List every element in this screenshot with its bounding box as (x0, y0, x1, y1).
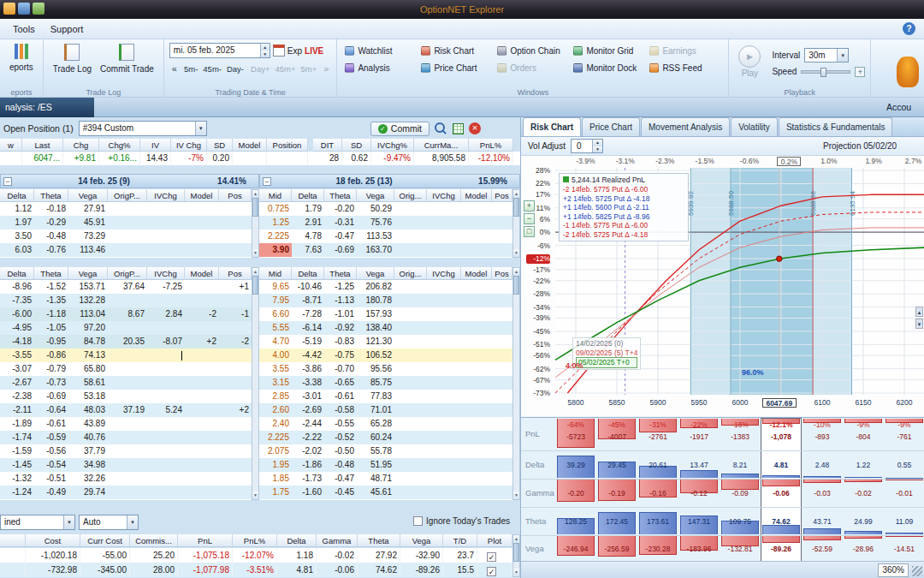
cell[interactable]: -0.95 (34, 335, 68, 349)
cell[interactable] (219, 472, 252, 486)
scrollbar[interactable]: ▲▼ (252, 267, 259, 500)
cell[interactable] (185, 294, 219, 307)
nav-5m-button[interactable]: 5m+ (299, 63, 320, 74)
cell[interactable]: 71.01 (357, 403, 394, 417)
chain-row[interactable]: -1.59-0.5637.79 (0, 444, 252, 458)
cell[interactable]: 4.00 (259, 349, 292, 362)
scroll-thumb[interactable] (513, 543, 519, 562)
cell[interactable] (108, 229, 147, 243)
cell[interactable]: -2.02 (292, 444, 324, 458)
cell[interactable] (461, 486, 492, 499)
cell[interactable]: -0.83 (324, 335, 357, 349)
cell[interactable]: 7.95 (259, 294, 292, 307)
cell[interactable]: 157.93 (357, 307, 394, 321)
cell[interactable] (461, 458, 492, 472)
trade-row[interactable]: -1,020.18-55.0025.20-1,075.18-12.07%1.18… (0, 548, 512, 563)
cell[interactable]: -2.67 (0, 376, 34, 390)
cell[interactable]: 37.79 (68, 444, 108, 458)
cell[interactable]: -1.60 (292, 486, 324, 499)
commit-trade-button[interactable]: Commit Trade (96, 42, 158, 75)
cell[interactable] (492, 444, 512, 458)
cell[interactable]: 1.79 (292, 202, 324, 216)
risk-chart-button[interactable]: Risk Chart (418, 42, 495, 59)
auto-select[interactable]: Auto▼ (79, 515, 139, 530)
summary-table-row[interactable]: 6047...+9.81+0.16...14.43-7%0.20280.62-9… (0, 152, 520, 165)
cell[interactable] (147, 294, 185, 307)
cell[interactable]: -8.07 (147, 335, 185, 349)
cell[interactable] (427, 376, 461, 390)
cell[interactable]: -0.47 (324, 472, 357, 486)
cell[interactable]: -0.92 (324, 321, 357, 335)
cell[interactable]: -0.29 (34, 216, 68, 229)
cell[interactable] (185, 486, 219, 499)
cell[interactable] (427, 335, 461, 349)
cell[interactable] (492, 362, 512, 376)
cell[interactable] (461, 362, 492, 376)
tab-risk-chart[interactable]: Risk Chart (523, 117, 581, 136)
resize-grip[interactable] (912, 566, 922, 576)
cell[interactable] (185, 362, 219, 376)
cell[interactable]: +2 (219, 403, 252, 417)
scroll-thumb[interactable] (252, 198, 258, 217)
cell[interactable]: -0.76 (34, 243, 68, 257)
chain-row[interactable]: 1.252.91-0.3175.76 (259, 216, 512, 229)
cell[interactable]: 73.29 (68, 229, 108, 243)
cell[interactable] (461, 229, 492, 243)
cell[interactable] (108, 444, 147, 458)
cell[interactable] (492, 417, 512, 431)
cell[interactable] (394, 417, 427, 431)
cell[interactable] (219, 486, 252, 499)
cell[interactable]: 55.78 (357, 444, 394, 458)
cell[interactable]: 1.97 (0, 216, 34, 229)
cell[interactable]: -2.44 (292, 417, 324, 431)
scroll-up-icon[interactable]: ▲ (513, 268, 519, 276)
cell[interactable]: -0.20 (324, 202, 357, 216)
chain-row[interactable]: 0.7251.79-0.2050.29 (259, 202, 512, 216)
cell[interactable] (394, 431, 427, 444)
cell[interactable]: 132.28 (68, 294, 108, 307)
cell[interactable] (427, 390, 461, 403)
chain-row[interactable]: -8.96-1.52153.7137.64-7.25+1 (0, 280, 252, 294)
cell[interactable]: 40.76 (68, 431, 108, 444)
cell[interactable] (492, 472, 512, 486)
date-spinner[interactable]: ▲▼ (260, 44, 270, 57)
cell[interactable]: 97.20 (68, 321, 108, 335)
cell[interactable] (492, 335, 512, 349)
step-back-fast-button[interactable]: « (169, 63, 180, 74)
cell[interactable] (492, 321, 512, 335)
cell[interactable] (147, 202, 185, 216)
save-icon[interactable] (18, 3, 30, 15)
cell[interactable]: -0.65 (324, 376, 357, 390)
cell[interactable]: 75.76 (357, 216, 394, 229)
scroll-down-icon[interactable]: ▼ (252, 249, 258, 257)
cell[interactable]: -0.55 (324, 417, 357, 431)
cell[interactable]: -1.59 (0, 444, 34, 458)
nav-45m-button[interactable]: 45m- (200, 63, 224, 74)
cell[interactable] (492, 202, 512, 216)
cell[interactable] (185, 472, 219, 486)
cell[interactable]: -0.59 (34, 431, 68, 444)
cell[interactable]: 163.70 (357, 243, 394, 257)
cell[interactable]: 8.67 (108, 307, 147, 321)
cell[interactable] (394, 229, 427, 243)
cell[interactable] (147, 376, 185, 390)
price-chart-button[interactable]: Price Chart (418, 59, 495, 76)
cell[interactable] (219, 444, 252, 458)
cell[interactable]: -8.71 (292, 294, 324, 307)
cell[interactable] (394, 216, 427, 229)
cell[interactable] (492, 486, 512, 499)
chain-row[interactable]: 9.65-10.46-1.25206.82 (259, 280, 512, 294)
cell[interactable] (394, 335, 427, 349)
cell[interactable]: -3.86 (292, 362, 324, 376)
cell[interactable] (394, 403, 427, 417)
cell[interactable]: -0.18 (34, 202, 68, 216)
cell[interactable]: 2.075 (259, 444, 292, 458)
cell[interactable] (185, 349, 219, 362)
cell[interactable] (108, 472, 147, 486)
scroll-up-icon[interactable]: ▲ (513, 190, 519, 198)
chain-row[interactable]: -7.35-1.35132.28 (0, 294, 252, 307)
cell[interactable] (108, 362, 147, 376)
chain-row[interactable]: 6.03-0.76113.46 (0, 243, 252, 257)
cell[interactable]: 2.60 (259, 403, 292, 417)
plot-checkbox[interactable]: ✓ (487, 567, 496, 576)
